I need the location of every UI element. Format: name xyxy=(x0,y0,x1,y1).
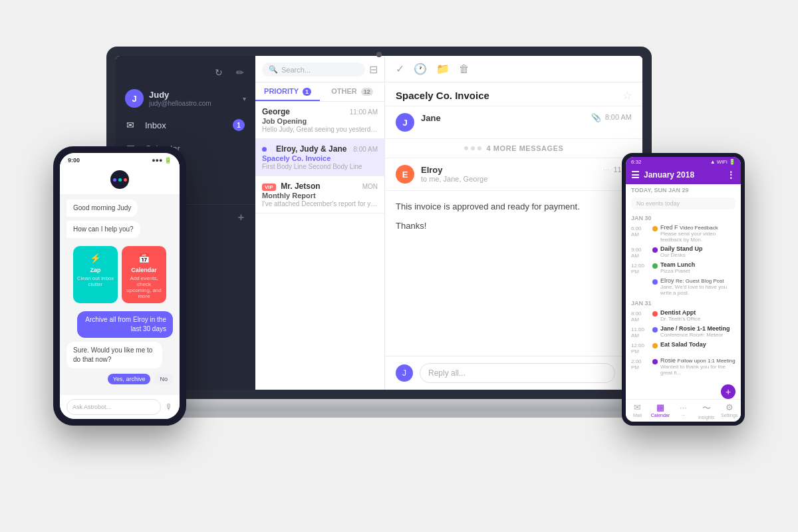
fab-button[interactable]: + xyxy=(721,384,735,399)
more-options-icon[interactable]: ··· xyxy=(602,165,609,174)
event-salad[interactable]: 12:00 PM Eat Salad Today xyxy=(626,340,741,356)
qa-sublabel-cal: Add events, check upcoming, and more xyxy=(124,275,164,299)
message-jane: J Jane 📎 8:00 AM xyxy=(385,106,642,139)
sender-name: George xyxy=(262,107,290,116)
event-standup[interactable]: 9:00 AM Daily Stand Up Our Desks xyxy=(626,244,741,260)
event-dot xyxy=(652,247,658,253)
event-time: 8:00 AM xyxy=(631,309,650,323)
event-time: 12:00 PM xyxy=(631,261,650,275)
event-dentist[interactable]: 8:00 AM Dentist Appt Dr. Teeth's Office xyxy=(626,308,741,324)
calendar-action-btn[interactable]: 📅 Calendar Add events, check upcoming, a… xyxy=(122,246,166,303)
msg-meta-elroy: Elroy to me, Jane, George xyxy=(421,165,602,183)
check-icon[interactable]: ✓ xyxy=(396,63,404,75)
options-icon[interactable]: ⋮ xyxy=(726,170,735,180)
user-row[interactable]: J Judy judy@helloastro.com ▾ xyxy=(116,84,255,113)
nav-label-mail: Mail xyxy=(633,413,642,418)
email-detail: ✓ 🕐 📁 🗑 Spacely Co. Invoice ☆ J xyxy=(385,56,642,390)
reply-placeholder: Reply all... xyxy=(428,368,466,378)
confirm-buttons: Yes, archive No xyxy=(66,374,173,384)
android-nav-settings[interactable]: ⚙ Settings xyxy=(718,402,741,420)
reply-input[interactable]: Reply all... xyxy=(420,363,615,383)
thread-jetson[interactable]: VIP Mr. Jetson MON Monthly Report I've a… xyxy=(255,176,384,213)
clock-icon[interactable]: 🕐 xyxy=(414,63,427,75)
event-title: Elroy Re: Guest Blog Post xyxy=(660,277,735,284)
android-nav-insights[interactable]: 〜 Insights xyxy=(695,402,718,420)
event-meeting[interactable]: 11:00 AM Jane / Rosie 1-1 Meeting Confer… xyxy=(626,324,741,340)
android-nav-mail[interactable]: ✉ Mail xyxy=(626,402,649,420)
tab-bar: PRIORITY 1 OTHER 12 xyxy=(255,82,384,102)
qa-sublabel-zap: Clean out inbox clutter xyxy=(76,275,115,287)
tab-priority[interactable]: PRIORITY 1 xyxy=(255,82,320,101)
other-count: 12 xyxy=(361,88,373,96)
qa-label-zap: Zap xyxy=(90,267,100,273)
email-toolbar: ✓ 🕐 📁 🗑 xyxy=(385,56,642,82)
add-folder-icon[interactable]: + xyxy=(238,211,245,223)
thread-subject: Monthly Report xyxy=(262,192,378,200)
confirm-no-button[interactable]: No xyxy=(154,374,173,384)
event-sub: Our Desks xyxy=(660,252,735,258)
search-icon: 🔍 xyxy=(269,65,278,74)
user-name: Judy xyxy=(149,90,240,100)
event-detail: Wanted to thank you for the great fi... xyxy=(660,364,735,376)
astrobot-input[interactable]: Ask Astrobot... xyxy=(66,399,161,415)
message-body-elroy: This invoice is approved and ready for p… xyxy=(385,191,642,248)
greeting-bubble: Good morning Judy xyxy=(66,200,138,217)
android-nav-calendar[interactable]: ▦ Calendar xyxy=(649,402,672,420)
nav-label-settings: Settings xyxy=(721,413,737,418)
avatar: J xyxy=(125,89,144,108)
thread-subject: Job Opening xyxy=(262,117,378,125)
no-events: No events today xyxy=(631,198,735,209)
event-time xyxy=(631,277,650,279)
thread-george[interactable]: George 11:00 AM Job Opening Hello Judy, … xyxy=(255,102,384,139)
mic-icon[interactable]: 🎙 xyxy=(165,402,173,412)
user-info: Judy judy@helloastro.com xyxy=(149,90,240,108)
status-bar-left: 9:00 ●●● 🔋 xyxy=(60,153,180,165)
sidebar-top: ↻ ✏ xyxy=(116,61,255,84)
compose-icon[interactable]: ✏ xyxy=(233,65,247,80)
refresh-icon[interactable]: ↻ xyxy=(211,65,226,80)
event-detail: Please send your video feedback by Mon. xyxy=(660,231,735,243)
email-list-header: 🔍 Search... ⊟ xyxy=(255,56,384,82)
more-messages[interactable]: 4 MORE MESSAGES xyxy=(385,139,642,158)
date-jan30: JAN 30 xyxy=(626,212,741,223)
dot-purple xyxy=(113,178,116,182)
inbox-badge: 1 xyxy=(233,119,245,131)
star-icon[interactable]: ☆ xyxy=(622,89,632,102)
event-content: Fred F Video Feedback Please send your v… xyxy=(660,224,735,243)
msg-sender-elroy: Elroy xyxy=(421,165,602,175)
mail-icon: ✉ xyxy=(634,402,641,412)
event-dot xyxy=(652,263,658,269)
android-nav-more[interactable]: ··· ··· xyxy=(672,402,695,420)
event-title: Jane / Rosie 1-1 Meeting xyxy=(660,325,735,332)
date-jan31: JAN 31 xyxy=(626,297,741,308)
hamburger-icon[interactable]: ☰ xyxy=(631,170,640,180)
trash-icon[interactable]: 🗑 xyxy=(459,63,469,75)
event-rosie[interactable]: 2:00 PM Rosie Follow upon 1:1 Meeting Wa… xyxy=(626,356,741,377)
event-content: Jane / Rosie 1-1 Meeting Conference Room… xyxy=(660,325,735,338)
nav-label-more: ··· xyxy=(682,413,686,418)
zap-action-btn[interactable]: ⚡ Zap Clean out inbox clutter xyxy=(73,246,118,303)
event-fred[interactable]: 6:00 AM Fred F Video Feedback Please sen… xyxy=(626,223,741,244)
search-box[interactable]: 🔍 Search... xyxy=(262,63,365,76)
laptop-body: ↻ ✏ J Judy judy@helloastro.com ▾ ✉ Inbox xyxy=(106,47,652,399)
confirm-yes-button[interactable]: Yes, archive xyxy=(108,374,151,384)
folder-icon[interactable]: 📁 xyxy=(436,63,450,75)
tab-other[interactable]: OTHER 12 xyxy=(320,82,384,101)
android-status-bar: 6:32 ▲ WiFi 🔋 xyxy=(626,157,741,167)
sidebar-item-inbox[interactable]: ✉ Inbox 1 xyxy=(116,113,255,137)
event-title: Team Lunch xyxy=(660,261,735,268)
thread-elroy[interactable]: Elroy, Judy & Jane 8:00 AM Spacely Co. I… xyxy=(255,139,384,176)
event-title: Fred F Video Feedback xyxy=(660,224,735,231)
email-subject: Spacely Co. Invoice xyxy=(396,90,622,101)
filter-icon[interactable]: ⊟ xyxy=(369,63,378,76)
event-detail: Jane, We'd love to have you write a post… xyxy=(660,284,735,296)
reply-avatar: J xyxy=(396,364,413,382)
event-elroy[interactable]: Elroy Re: Guest Blog Post Jane, We'd lov… xyxy=(626,276,741,297)
event-content: Eat Salad Today xyxy=(660,341,735,348)
dot xyxy=(477,146,481,150)
input-placeholder: Ask Astrobot... xyxy=(72,404,111,410)
msg-meta-jane: Jane xyxy=(421,113,591,123)
dot xyxy=(464,146,468,150)
event-lunch[interactable]: 12:00 PM Team Lunch Pizza Planet xyxy=(626,260,741,276)
body-line-1: This invoice is approved and ready for p… xyxy=(396,200,632,214)
